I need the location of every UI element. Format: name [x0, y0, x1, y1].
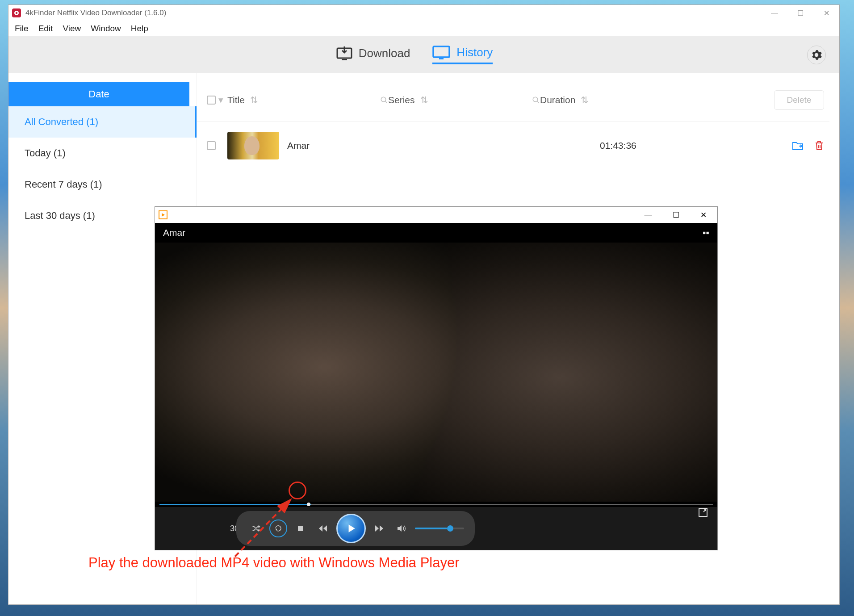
menubar: File Edit View Window Help [8, 21, 839, 36]
menu-help[interactable]: Help [131, 24, 148, 34]
play-button[interactable] [336, 514, 366, 543]
tab-history[interactable]: History [432, 46, 493, 64]
row-duration: 01:43:36 [600, 140, 747, 151]
delete-row-button[interactable] [814, 140, 824, 151]
header-title[interactable]: Title ⇅ [227, 95, 388, 105]
tab-download-label: Download [359, 46, 410, 60]
sidebar-date-header: Date [8, 82, 189, 106]
delete-button[interactable]: Delete [774, 90, 824, 110]
gear-icon [811, 49, 822, 61]
svg-marker-13 [319, 525, 322, 532]
svg-marker-15 [349, 524, 355, 532]
wmp-view-icon[interactable]: ▪▪ [703, 227, 709, 238]
wmp-titlebar: — ☐ ✕ [155, 207, 717, 223]
search-icon[interactable] [532, 96, 540, 104]
sort-icon: ⇅ [250, 95, 258, 105]
header-checkbox[interactable]: ▾ [207, 95, 227, 105]
sidebar-item-label: Last 30 days (1) [25, 210, 95, 221]
titlebar-controls: — ☐ ✕ [762, 5, 839, 21]
wmp-video-title: Amar [163, 227, 185, 238]
wmp-titlebar-controls: — ☐ ✕ [634, 207, 717, 223]
seek-knob[interactable] [307, 503, 310, 506]
table-header: ▾ Title ⇅ Series ⇅ Duratio [197, 83, 829, 122]
wmp-close-button[interactable]: ✕ [690, 207, 717, 223]
volume-fill [415, 528, 447, 529]
svg-marker-10 [162, 213, 165, 217]
header-series[interactable]: Series ⇅ [388, 95, 540, 105]
sort-icon: ⇅ [420, 95, 428, 105]
search-icon[interactable] [380, 96, 388, 104]
rewind-button[interactable] [314, 520, 332, 537]
mute-button[interactable] [393, 520, 410, 537]
svg-point-8 [533, 97, 538, 102]
header-title-label: Title [227, 95, 245, 105]
svg-marker-16 [375, 525, 379, 532]
sidebar-item-today[interactable]: Today (1) [8, 138, 197, 169]
sidebar-item-recent-7[interactable]: Recent 7 days (1) [8, 169, 197, 200]
svg-point-6 [381, 97, 386, 102]
menu-view[interactable]: View [63, 24, 81, 34]
svg-rect-4 [433, 46, 449, 57]
header-duration-label: Duration [540, 95, 575, 105]
checkbox-icon [207, 141, 216, 150]
app-icon [12, 8, 21, 17]
menu-edit[interactable]: Edit [38, 24, 53, 34]
settings-button[interactable] [807, 46, 826, 64]
toolbar: Download History [8, 36, 839, 73]
annotation-caption: Play the downloaded MP4 video with Windo… [88, 555, 460, 571]
maximize-button[interactable]: ☐ [787, 5, 813, 21]
volume-slider[interactable] [415, 528, 464, 529]
sidebar-item-all-converted[interactable]: All Converted (1) [8, 106, 197, 138]
svg-rect-12 [298, 526, 303, 531]
svg-marker-14 [323, 525, 327, 532]
minimize-button[interactable]: — [762, 5, 787, 21]
tab-download[interactable]: Download [336, 46, 410, 63]
row-actions [792, 140, 824, 151]
checkbox-icon [207, 96, 216, 105]
playback-time: 30:08 [167, 524, 230, 533]
sidebar-item-label: Recent 7 days (1) [25, 179, 102, 190]
video-thumbnail [227, 132, 279, 159]
svg-line-7 [385, 101, 387, 103]
svg-rect-5 [439, 58, 444, 59]
sidebar-item-label: All Converted (1) [25, 116, 98, 127]
menu-window[interactable]: Window [91, 24, 121, 34]
svg-line-21 [235, 499, 291, 557]
volume-knob[interactable] [447, 525, 453, 532]
wmp-maximize-button[interactable]: ☐ [662, 207, 690, 223]
svg-marker-17 [380, 525, 383, 532]
table-row[interactable]: Amar 01:43:36 [197, 122, 829, 169]
titlebar: 4kFinder Netflix Video Downloader (1.6.0… [8, 5, 839, 21]
toolbar-tabs: Download History [336, 46, 493, 64]
svg-marker-18 [398, 525, 402, 532]
header-duration[interactable]: Duration ⇅ [540, 95, 687, 105]
svg-rect-3 [342, 59, 347, 60]
window-title: 4kFinder Netflix Video Downloader (1.6.0… [25, 8, 166, 17]
delete-button-label: Delete [787, 95, 812, 105]
open-folder-button[interactable] [792, 141, 804, 151]
fullscreen-button[interactable] [698, 507, 708, 518]
wmp-minimize-button[interactable]: — [634, 207, 662, 223]
svg-point-1 [16, 12, 17, 14]
annotation-arrow [230, 494, 297, 561]
tab-history-label: History [456, 46, 493, 59]
sort-icon: ⇅ [581, 95, 589, 105]
history-icon [432, 46, 450, 60]
download-icon [336, 46, 352, 61]
wmp-header: Amar ▪▪ [155, 223, 717, 243]
row-checkbox[interactable] [207, 141, 227, 150]
header-series-label: Series [388, 95, 415, 105]
chevron-down-icon: ▾ [218, 95, 223, 105]
close-button[interactable]: ✕ [813, 5, 839, 21]
menu-file[interactable]: File [15, 24, 29, 34]
row-title: Amar [287, 140, 448, 151]
wmp-video-area[interactable] [155, 243, 717, 502]
wmp-app-icon [159, 210, 167, 219]
svg-line-9 [537, 101, 539, 103]
forward-button[interactable] [370, 520, 388, 537]
sidebar-item-label: Today (1) [25, 147, 66, 159]
